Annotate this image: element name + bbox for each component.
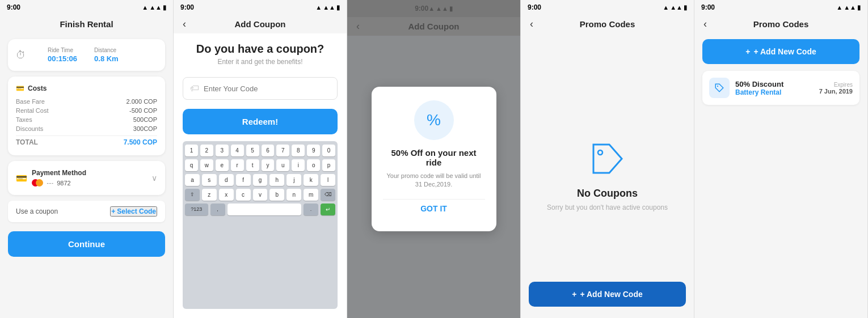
kb-t[interactable]: t	[246, 159, 259, 171]
cost-total: TOTAL 7.500 COP	[16, 135, 157, 147]
kb-d[interactable]: d	[219, 174, 234, 186]
distance-label: Distance	[94, 47, 119, 53]
plus-icon-4: +	[572, 290, 576, 299]
kb-o[interactable]: o	[307, 159, 320, 171]
add-new-code-top-button[interactable]: + + Add New Code	[702, 39, 859, 64]
finish-rental-content: ⏱ Ride Time 00:15:06 Distance 0.8 Km 💳 C…	[0, 33, 173, 318]
redeem-button[interactable]: Redeem!	[183, 109, 338, 134]
kb-p[interactable]: p	[322, 159, 335, 171]
kb-8[interactable]: 8	[292, 145, 305, 156]
modal-percent-icon: %	[414, 100, 454, 140]
kb-5[interactable]: 5	[246, 145, 259, 156]
kb-l[interactable]: l	[321, 174, 335, 186]
distance-item: Distance 0.8 Km	[94, 47, 119, 63]
kb-f[interactable]: f	[236, 174, 251, 186]
add-coupon-screen: 9:00 ▲ ▲▲ ▮ ‹ Add Coupon Do you have a c…	[174, 0, 347, 318]
kb-4[interactable]: 4	[231, 145, 244, 156]
base-fare-value: 2.000 COP	[127, 98, 157, 105]
kb-x[interactable]: x	[219, 189, 234, 201]
time-5: 9:00	[701, 3, 715, 11]
kb-7[interactable]: 7	[276, 145, 289, 156]
svg-point-0	[598, 150, 602, 155]
kb-c[interactable]: c	[236, 189, 251, 201]
code-input[interactable]	[204, 84, 330, 93]
kb-n[interactable]: n	[286, 189, 301, 201]
back-button-2[interactable]: ‹	[183, 18, 186, 30]
no-coupons-subtitle: Sorry but you don't have active coupons	[547, 203, 668, 213]
got-it-button[interactable]: GOT IT	[383, 199, 485, 218]
coupon-row: Use a coupon + Select Code	[8, 201, 165, 222]
kb-u[interactable]: u	[276, 159, 289, 171]
time-1: 9:00	[7, 3, 20, 11]
kb-numbers[interactable]: ?123	[185, 203, 208, 215]
add-coupon-modal-screen: 9:00 ▲ ▲▲ ▮ ‹ Add Coupon % 50% Off on yo…	[347, 0, 521, 318]
wifi-icon-4: ▲	[663, 4, 669, 11]
screen-title-2: Add Coupon	[235, 19, 286, 29]
continue-button[interactable]: Continue	[8, 231, 165, 257]
kb-6[interactable]: 6	[262, 145, 275, 156]
no-coupons-content: No Coupons Sorry but you don't have acti…	[521, 33, 694, 318]
screen-title-5: Promo Codes	[753, 19, 809, 29]
kb-row-3: ⇧ zxcvbnm ⌫	[185, 189, 335, 201]
coupon-label: Use a coupon	[16, 207, 58, 215]
kb-k[interactable]: k	[304, 174, 318, 186]
kb-row-1: qwertyuiop	[185, 159, 335, 171]
kb-m[interactable]: m	[304, 189, 318, 201]
kb-comma[interactable]: ,	[210, 203, 225, 215]
promo-expires-value: 7 Jun, 2019	[819, 88, 853, 95]
rental-cost-label: Rental Cost	[16, 107, 48, 114]
kb-r[interactable]: r	[231, 159, 244, 171]
kb-y[interactable]: y	[262, 159, 275, 171]
promo-tag-icon-5	[709, 78, 730, 98]
kb-g[interactable]: g	[253, 174, 268, 186]
kb-z[interactable]: z	[202, 189, 217, 201]
card-last-four: 9872	[57, 180, 70, 186]
kb-space[interactable]	[227, 203, 301, 215]
kb-w[interactable]: w	[200, 159, 213, 171]
kb-q[interactable]: q	[185, 159, 198, 171]
promo-with-code-content: + + Add New Code 50% Discount Battery Re…	[694, 33, 867, 318]
kb-e[interactable]: e	[216, 159, 229, 171]
kb-1[interactable]: 1	[185, 145, 198, 156]
kb-period[interactable]: .	[304, 203, 318, 215]
kb-s[interactable]: s	[202, 174, 217, 186]
kb-enter[interactable]: ↵	[321, 203, 335, 215]
kb-3[interactable]: 3	[216, 145, 229, 156]
signal-icon-4: ▲▲	[670, 4, 682, 11]
kb-row-2: asdfghjkl	[185, 174, 335, 186]
promo-with-code-header: ‹ Promo Codes	[694, 15, 867, 33]
kb-i[interactable]: i	[292, 159, 305, 171]
select-code-button[interactable]: + Select Code	[110, 206, 157, 217]
kb-backspace[interactable]: ⌫	[321, 189, 335, 201]
kb-shift[interactable]: ⇧	[185, 189, 200, 201]
keyboard-2: 1234567890 qwertyuiop asdfghjkl ⇧ zxcvbn…	[183, 141, 338, 309]
kb-9[interactable]: 9	[307, 145, 320, 156]
tag-icon: 🏷	[190, 83, 199, 94]
screen-title-1: Finish Rental	[60, 19, 113, 29]
svg-point-1	[717, 86, 718, 87]
ride-time-value: 00:15:06	[48, 54, 77, 63]
costs-card: 💳 Costs Base Fare 2.000 COP Rental Cost …	[8, 77, 165, 155]
kb-a[interactable]: a	[185, 174, 200, 186]
status-icons-5: ▲ ▲▲ ▮	[836, 4, 861, 11]
kb-b[interactable]: b	[269, 189, 284, 201]
plus-icon: +	[111, 207, 115, 215]
time-4: 9:00	[528, 3, 541, 11]
kb-2[interactable]: 2	[200, 145, 213, 156]
status-icons-2: ▲ ▲▲ ▮	[315, 4, 340, 11]
wifi-icon: ▲	[142, 4, 148, 11]
add-new-code-bottom-button[interactable]: + + Add New Code	[529, 282, 686, 307]
payment-chevron-icon[interactable]: ∨	[151, 173, 157, 183]
promo-code-item[interactable]: 50% Discount Battery Rental Expires 7 Ju…	[702, 71, 859, 105]
back-button-5[interactable]: ‹	[703, 18, 707, 30]
payment-info: Payment Method ···· 9872	[32, 169, 86, 187]
payment-left: 💳 Payment Method ···· 9872	[16, 169, 86, 187]
promo-no-coupons-screen: 9:00 ▲ ▲▲ ▮ ‹ Promo Codes No Coupons Sor…	[521, 0, 694, 318]
kb-j[interactable]: j	[286, 174, 301, 186]
coupon-subheading: Enter it and get the benefits!	[183, 58, 338, 66]
back-button-4[interactable]: ‹	[530, 18, 533, 30]
battery-icon-5: ▮	[857, 4, 861, 11]
kb-0[interactable]: 0	[322, 145, 335, 156]
kb-h[interactable]: h	[269, 174, 284, 186]
kb-v[interactable]: v	[253, 189, 268, 201]
